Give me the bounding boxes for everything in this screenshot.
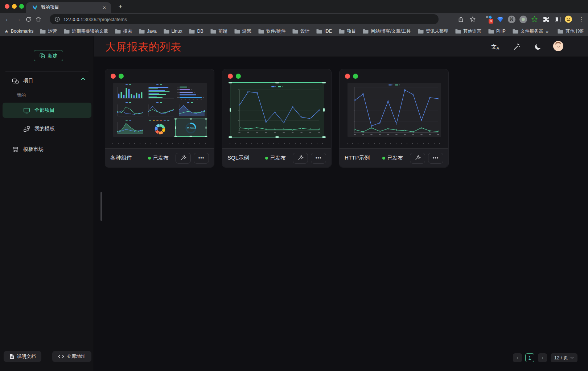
bookmark-folder[interactable]: DB — [189, 29, 203, 34]
publish-status: 已发布 — [382, 155, 403, 161]
sidebar-item-all-projects[interactable]: 全部项目 — [3, 103, 91, 118]
selection-handle[interactable] — [175, 127, 176, 129]
bookmark-folder[interactable]: PHP — [488, 29, 506, 34]
project-card-components[interactable]: 25.00% 各种组件 已发布 ••• — [105, 69, 214, 168]
translate-icon[interactable]: 文A — [490, 42, 500, 51]
bookmark-folder[interactable]: Linux — [164, 29, 182, 34]
edit-hammer-button[interactable] — [293, 153, 308, 164]
selection-handle[interactable] — [190, 119, 192, 120]
selection-handle[interactable] — [205, 119, 207, 120]
repo-button[interactable]: 仓库地址 — [52, 351, 91, 362]
more-options-button[interactable]: ••• — [194, 153, 209, 164]
browser-tab[interactable]: 我的项目 × — [26, 2, 111, 13]
pagination-page-1[interactable]: 1 — [525, 353, 534, 362]
bookmark-folder[interactable]: 网站/博客/文章/工具 — [363, 28, 411, 34]
docs-button[interactable]: 说明文档 — [4, 351, 41, 362]
back-icon[interactable]: ← — [3, 16, 13, 23]
bookmark-folder[interactable]: 搜索 — [115, 28, 132, 34]
bookmarks-label: Bookmarks — [11, 29, 34, 34]
project-name: HTTP示例 — [345, 154, 382, 161]
reload-icon[interactable] — [23, 16, 33, 22]
magic-wand-icon[interactable] — [512, 42, 522, 51]
bookmark-folder[interactable]: 设计 — [292, 28, 309, 34]
screens-icon — [12, 78, 19, 84]
template-blocks-icon — [23, 125, 30, 132]
window-zoom-button[interactable] — [19, 4, 24, 9]
mini-chart-grid: 25.00% — [114, 83, 206, 136]
extension-gem-icon[interactable] — [496, 15, 504, 23]
scrollbar-thumb[interactable] — [100, 192, 102, 221]
chevron-up-icon[interactable] — [81, 77, 86, 81]
bookmark-folder[interactable]: Java — [139, 29, 156, 34]
card-red-dot — [228, 74, 233, 79]
sidebar-item-template-market[interactable]: 模板市场 — [12, 142, 44, 157]
other-bookmarks-folder[interactable]: 其他书签 — [558, 28, 584, 34]
tab-close-icon[interactable]: × — [101, 4, 107, 11]
bookmark-folder[interactable]: IDE — [316, 29, 332, 34]
window-close-button[interactable] — [5, 4, 9, 9]
selection-handle[interactable] — [206, 127, 207, 129]
bookmark-folder[interactable]: 运营 — [40, 28, 57, 34]
user-avatar[interactable] — [553, 41, 563, 51]
bookmark-folder[interactable]: 近期需要读的文章 — [64, 28, 108, 34]
status-dot — [265, 157, 268, 160]
bookmark-folder[interactable]: 前端 — [210, 28, 227, 34]
more-options-button[interactable]: ••• — [311, 153, 326, 164]
share-icon[interactable] — [457, 15, 465, 23]
sidebar-divider — [5, 139, 89, 139]
bookmark-folder[interactable]: 项目 — [339, 28, 356, 34]
tab-title: 我的项目 — [41, 4, 101, 11]
publish-status: 已发布 — [265, 155, 285, 161]
page-size-select[interactable]: 12 / 页 — [551, 353, 577, 362]
extension-command-icon[interactable]: ⌘ — [507, 15, 515, 23]
bookmark-folder[interactable]: 资讯未整理 — [418, 28, 449, 34]
address-bar[interactable]: 127.0.0.1:3000/#/project/items — [50, 14, 439, 24]
bookmarks-separator — [553, 28, 553, 34]
browser-menu-icon[interactable]: ⋮ — [577, 15, 585, 23]
new-tab-button[interactable]: + — [115, 2, 126, 12]
project-name: SQL示例 — [227, 154, 265, 161]
dotted-separator — [347, 143, 441, 144]
card-footer: HTTP示例 已发布 ••• — [340, 148, 448, 167]
forward-icon[interactable]: → — [13, 16, 23, 23]
monitor-icon — [23, 107, 30, 114]
home-icon[interactable] — [33, 16, 44, 22]
selection-handle[interactable] — [205, 136, 207, 137]
more-options-button[interactable]: ••• — [428, 153, 443, 164]
selection-handle[interactable] — [174, 136, 177, 137]
bookmark-folder[interactable]: 其他语言 — [455, 28, 481, 34]
extensions-puzzle-icon[interactable] — [542, 15, 550, 23]
sidebar-group-project[interactable]: 项目 — [12, 74, 33, 87]
extension-grid-diamond-icon[interactable]: 9 — [485, 15, 493, 23]
edit-hammer-button[interactable] — [410, 153, 425, 164]
project-thumbnail — [348, 83, 441, 137]
screen: 我的项目 × + ← → 127.0.0.1:3000/#/project/it… — [0, 0, 588, 371]
bookmark-folder[interactable]: 软件/硬件 — [258, 28, 285, 34]
profile-avatar-icon[interactable] — [564, 15, 572, 23]
mini-chart — [145, 83, 175, 101]
extension-record-icon[interactable] — [519, 15, 527, 23]
bookmark-folder[interactable]: 文件服务器 — [513, 28, 543, 34]
extension-green-star-icon[interactable] — [530, 15, 538, 23]
bookmark-folder[interactable]: 游戏 — [234, 28, 251, 34]
selection-handle[interactable] — [174, 119, 177, 120]
project-thumbnail: 25.00% — [113, 83, 207, 137]
mini-chart — [176, 83, 206, 101]
dotted-separator — [230, 143, 324, 144]
edit-hammer-button[interactable] — [176, 153, 191, 164]
bookmark-star-icon[interactable] — [469, 15, 477, 23]
bookmarks-overflow-icon[interactable]: » — [546, 29, 548, 34]
project-card-sql[interactable]: SQL示例 已发布 ••• — [222, 69, 332, 168]
site-info-icon[interactable] — [55, 17, 60, 22]
hammer-icon — [297, 155, 304, 161]
project-card-http[interactable]: HTTP示例 已发布 ••• — [339, 69, 449, 168]
new-project-button[interactable]: 新建 — [34, 50, 63, 61]
pagination-prev-button[interactable]: ‹ — [513, 353, 522, 362]
dark-mode-moon-icon[interactable] — [533, 42, 543, 51]
selection-handle[interactable] — [190, 136, 192, 137]
mini-chart-cell — [145, 101, 175, 119]
sidebar-item-my-templates[interactable]: 我的模板 — [23, 121, 55, 136]
window-minimize-button[interactable] — [12, 4, 17, 9]
pagination-next-button[interactable]: › — [538, 353, 547, 362]
side-panel-icon[interactable] — [554, 15, 562, 23]
